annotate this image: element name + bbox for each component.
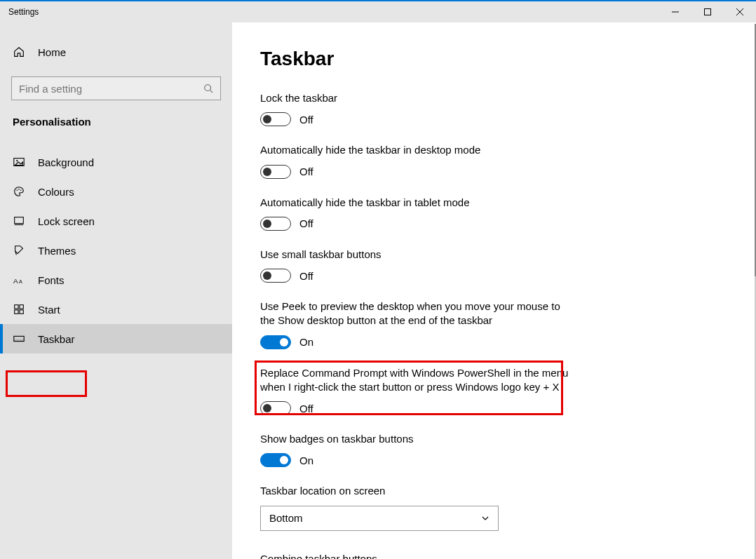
svg-rect-11 <box>15 217 24 224</box>
svg-text:A: A <box>13 277 18 285</box>
setting-badges: Show badges on taskbar buttons On <box>260 432 728 467</box>
setting-lock-taskbar: Lock the taskbar Off <box>260 91 728 126</box>
sidebar-item-label: Colours <box>38 186 74 198</box>
toggle-state: Off <box>299 114 313 126</box>
close-icon <box>736 8 743 15</box>
setting-label: Automatically hide the taskbar in deskto… <box>260 143 569 157</box>
themes-icon <box>13 244 25 257</box>
svg-point-9 <box>18 189 20 190</box>
setting-autohide-tablet: Automatically hide the taskbar in tablet… <box>260 196 728 231</box>
window-controls <box>659 1 756 22</box>
setting-label: Lock the taskbar <box>260 91 569 105</box>
setting-small-buttons: Use small taskbar buttons Off <box>260 248 728 283</box>
sidebar-item-label: Lock screen <box>38 215 95 227</box>
lockscreen-icon <box>13 215 25 227</box>
setting-autohide-desktop: Automatically hide the taskbar in deskto… <box>260 143 728 178</box>
search-icon <box>203 83 213 93</box>
toggle-state: Off <box>299 166 313 177</box>
setting-label: Use small taskbar buttons <box>260 248 569 262</box>
sidebar-item-label: Fonts <box>38 274 65 286</box>
sidebar-item-label: Background <box>38 156 94 168</box>
svg-rect-18 <box>20 310 23 314</box>
setting-label: Replace Command Prompt with Windows Powe… <box>260 366 569 395</box>
svg-rect-15 <box>15 305 18 309</box>
setting-label: Automatically hide the taskbar in tablet… <box>260 196 569 210</box>
svg-rect-17 <box>15 310 18 314</box>
annotation-highlight-sidebar <box>6 370 87 397</box>
sidebar-item-background[interactable]: Background <box>0 147 232 177</box>
toggle-autohide-desktop[interactable] <box>260 165 291 179</box>
home-icon <box>13 46 25 58</box>
svg-point-10 <box>20 189 22 191</box>
sidebar-nav: Background Colours Lock screen Themes AA… <box>0 147 232 353</box>
svg-line-5 <box>210 90 213 93</box>
sidebar-item-fonts[interactable]: AA Fonts <box>0 265 232 295</box>
main-content: Taskbar Lock the taskbar Off Automatical… <box>232 22 756 559</box>
svg-rect-20 <box>14 339 24 342</box>
sidebar-home[interactable]: Home <box>0 40 232 64</box>
toggle-badges[interactable] <box>260 453 291 467</box>
palette-icon <box>13 185 25 198</box>
toggle-state: Off <box>299 270 313 282</box>
minimize-icon <box>672 8 679 15</box>
fonts-icon: AA <box>13 274 25 286</box>
sidebar-item-themes[interactable]: Themes <box>0 236 232 265</box>
setting-location: Taskbar location on screen Bottom <box>260 484 728 530</box>
setting-label: Combine taskbar buttons <box>260 552 569 560</box>
chevron-down-icon <box>481 514 490 523</box>
toggle-state: Off <box>299 217 313 229</box>
select-value: Bottom <box>269 512 303 524</box>
sidebar-item-lockscreen[interactable]: Lock screen <box>0 206 232 236</box>
setting-powershell: Replace Command Prompt with Windows Powe… <box>260 366 728 416</box>
toggle-peek[interactable] <box>260 335 291 349</box>
sidebar-item-label: Themes <box>38 245 76 257</box>
sidebar-home-label: Home <box>38 46 66 58</box>
svg-point-7 <box>16 160 18 161</box>
toggle-small-buttons[interactable] <box>260 269 291 283</box>
setting-label: Taskbar location on screen <box>260 484 569 498</box>
toggle-state: Off <box>299 403 313 415</box>
start-icon <box>13 303 25 316</box>
sidebar-item-colours[interactable]: Colours <box>0 177 232 206</box>
svg-rect-1 <box>705 9 711 15</box>
search-input[interactable] <box>19 83 203 95</box>
picture-icon <box>13 156 25 168</box>
titlebar: Settings <box>0 0 756 22</box>
sidebar: Home Personalisation Background Colours … <box>0 22 232 559</box>
sidebar-item-label: Start <box>38 304 60 316</box>
svg-text:A: A <box>19 278 22 285</box>
toggle-state: On <box>299 336 313 348</box>
svg-point-8 <box>16 189 18 191</box>
toggle-state: On <box>299 454 313 466</box>
sidebar-item-start[interactable]: Start <box>0 295 232 324</box>
window-title: Settings <box>8 7 39 17</box>
sidebar-item-label: Taskbar <box>38 333 75 345</box>
select-taskbar-location[interactable]: Bottom <box>260 506 499 531</box>
svg-point-4 <box>205 85 211 91</box>
scrollbar[interactable] <box>752 24 756 559</box>
setting-label: Use Peek to preview the desktop when you… <box>260 299 569 328</box>
setting-label: Show badges on taskbar buttons <box>260 432 569 446</box>
minimize-button[interactable] <box>659 1 691 22</box>
search-box[interactable] <box>11 76 221 100</box>
toggle-powershell[interactable] <box>260 401 291 415</box>
sidebar-section-label: Personalisation <box>0 100 232 135</box>
page-title: Taskbar <box>260 48 728 70</box>
toggle-lock-taskbar[interactable] <box>260 112 291 126</box>
svg-rect-16 <box>20 305 23 309</box>
taskbar-icon <box>13 332 25 345</box>
maximize-icon <box>704 8 711 15</box>
sidebar-item-taskbar[interactable]: Taskbar <box>0 324 232 353</box>
setting-combine: Combine taskbar buttons Always hide labe… <box>260 552 728 560</box>
setting-peek: Use Peek to preview the desktop when you… <box>260 299 728 349</box>
close-button[interactable] <box>724 1 756 22</box>
maximize-button[interactable] <box>691 1 724 22</box>
toggle-autohide-tablet[interactable] <box>260 217 291 231</box>
